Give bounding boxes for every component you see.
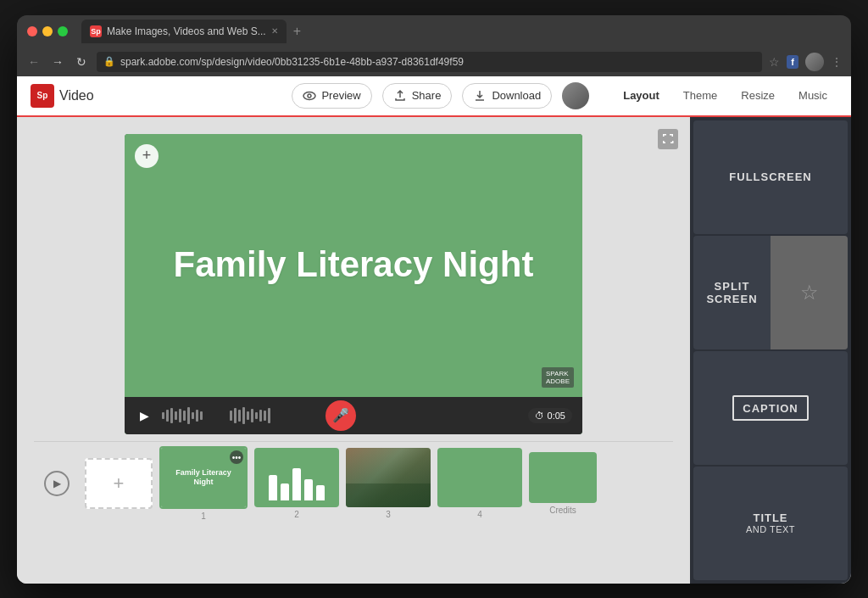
nav-resize[interactable]: Resize [731, 84, 785, 107]
clock-icon: ⏱ [535, 411, 544, 421]
add-slide-btn-strip[interactable]: + [85, 458, 153, 509]
address-bar: ← → ↻ 🔒 spark.adobe.com/sp/design/video/… [17, 48, 851, 76]
preview-label: Preview [321, 89, 360, 102]
slide-3-number: 3 [386, 510, 391, 519]
slide-3-thumb[interactable] [346, 448, 431, 507]
slide-2-thumb[interactable] [254, 448, 339, 507]
slide-2: 2 [254, 448, 339, 519]
reload-btn[interactable]: ↻ [73, 55, 90, 69]
layout-fullscreen-label: FULLSCREEN [729, 170, 811, 183]
slide-title: Family Literacy Night [174, 243, 534, 286]
title-label: TITLE [746, 511, 795, 524]
layout-title-text[interactable]: TITLE AND TEXT [693, 467, 848, 580]
tab-close-btn[interactable]: ✕ [271, 26, 278, 36]
right-panel: FULLSCREEN SPLITSCREEN ☆ [690, 117, 851, 584]
forward-btn[interactable]: → [49, 55, 66, 69]
caption-label: CAPTION [743, 402, 798, 415]
browser-window: Sp Make Images, Videos and Web S... ✕ + … [17, 15, 851, 584]
svg-point-0 [303, 92, 315, 99]
slide-1-more[interactable]: ••• [230, 450, 243, 464]
layout-caption[interactable]: CAPTION [693, 351, 848, 465]
expand-icon [662, 133, 674, 145]
split-label-area: SPLITSCREEN [693, 236, 771, 349]
browser-tab[interactable]: Sp Make Images, Videos and Web S... ✕ [81, 20, 287, 43]
strip-play-btn[interactable]: ▶ [44, 471, 70, 496]
layout-split-screen[interactable]: SPLITSCREEN ☆ [693, 236, 848, 349]
title-bar: Sp Make Images, Videos and Web S... ✕ + [17, 15, 851, 48]
video-player: + Family Literacy Night SPARKADOBE ▶ [125, 134, 582, 434]
spark-logo: Sp Video [31, 84, 94, 108]
tab-title: Make Images, Videos and Web S... [107, 25, 266, 37]
slide-1-thumb[interactable]: ••• Family Literacy Night [159, 446, 248, 509]
editor-area: + Family Literacy Night SPARKADOBE ▶ [17, 117, 690, 584]
play-button[interactable]: ▶ [135, 406, 153, 425]
tab-area: Sp Make Images, Videos and Web S... ✕ + [81, 20, 841, 43]
share-icon [393, 89, 407, 103]
nav-music[interactable]: Music [788, 84, 837, 107]
slide-2-content [254, 448, 339, 507]
fb-icon: f [787, 55, 798, 69]
slide-1: ••• Family Literacy Night 1 [159, 446, 248, 521]
preview-button[interactable]: Preview [292, 83, 371, 109]
slide-credits-content [529, 452, 597, 503]
slide-3: 3 [346, 448, 431, 519]
slide-credits: Credits [529, 452, 597, 515]
waveform-area: 🎤 [162, 404, 520, 428]
star-icon: ☆ [800, 281, 819, 305]
app-toolbar: Sp Video Preview Share Download Layout [17, 76, 851, 117]
layout-fullscreen[interactable]: FULLSCREEN [693, 120, 848, 234]
url-bar[interactable]: 🔒 spark.adobe.com/sp/design/video/0bb312… [97, 52, 762, 72]
right-nav: Layout Theme Resize Music [613, 84, 837, 107]
user-button[interactable] [562, 82, 589, 109]
new-tab-btn[interactable]: + [290, 24, 304, 39]
traffic-lights [27, 26, 68, 36]
eye-icon [303, 89, 316, 103]
title-sublabel: AND TEXT [746, 524, 795, 534]
more-options-icon[interactable]: ⋮ [831, 55, 843, 69]
slide-1-content: ••• Family Literacy Night [161, 448, 246, 507]
slide-3-content [346, 448, 431, 507]
credits-label: Credits [549, 506, 576, 515]
download-button[interactable]: Download [462, 83, 552, 109]
nav-layout[interactable]: Layout [613, 84, 670, 107]
tab-favicon: Sp [90, 25, 102, 37]
slide-credits-thumb[interactable] [529, 452, 597, 503]
nav-theme[interactable]: Theme [673, 84, 727, 107]
user-avatar[interactable] [805, 53, 824, 71]
video-content: Family Literacy Night [125, 134, 582, 397]
title-text-content: TITLE AND TEXT [746, 511, 795, 534]
split-thumb-area: ☆ [771, 236, 848, 349]
video-watermark: SPARKADOBE [542, 367, 574, 388]
add-content-btn[interactable]: + [135, 144, 159, 168]
bookmark-btn[interactable]: ☆ [769, 55, 780, 69]
thumbnail-strip: ▶ + ••• Family Literacy Night 1 [34, 441, 673, 526]
slide-4: 4 [437, 448, 522, 519]
split-layout-inner: SPLITSCREEN ☆ [693, 236, 848, 349]
add-slide-item: + [85, 458, 153, 509]
share-label: Share [412, 89, 442, 102]
share-button[interactable]: Share [382, 83, 453, 109]
slide-4-content [437, 448, 522, 507]
slide-4-thumb[interactable] [437, 448, 522, 507]
video-controls: ▶ [125, 397, 582, 434]
slide-4-number: 4 [477, 510, 482, 519]
lock-icon: 🔒 [103, 56, 115, 67]
download-icon [473, 89, 487, 103]
split-screen-label: SPLITSCREEN [706, 280, 757, 305]
minimize-window-btn[interactable] [42, 26, 53, 36]
mic-button[interactable]: 🎤 [326, 400, 356, 431]
fullscreen-window-btn[interactable] [58, 26, 68, 36]
main-content: + Family Literacy Night SPARKADOBE ▶ [17, 117, 851, 584]
spark-logo-icon: Sp [31, 84, 54, 108]
timer-badge: ⏱ 0:05 [528, 408, 572, 423]
close-window-btn[interactable] [27, 26, 37, 36]
slide-1-number: 1 [201, 511, 206, 521]
download-label: Download [492, 89, 541, 102]
slide-2-number: 2 [294, 510, 299, 519]
expand-btn[interactable] [658, 129, 678, 149]
back-btn[interactable]: ← [25, 55, 42, 69]
caption-box: CAPTION [732, 395, 809, 421]
slide-1-title: Family Literacy Night [166, 468, 241, 487]
app-name: Video [59, 88, 94, 103]
timer-value: 0:05 [548, 411, 565, 421]
